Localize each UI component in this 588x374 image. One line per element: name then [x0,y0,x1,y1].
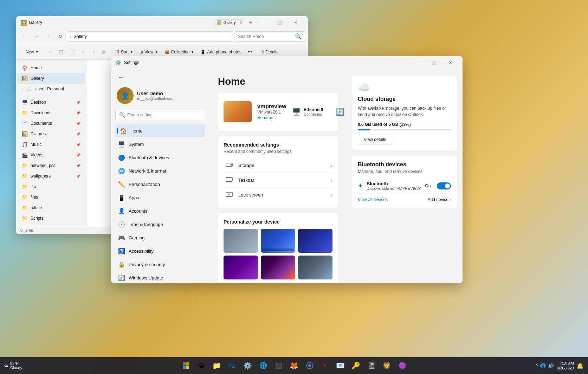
share-button[interactable]: ↗ [89,46,98,58]
rename-button[interactable]: ✏ [79,46,88,58]
weather-widget[interactable]: 🌤 58°F Cloudy [4,361,22,370]
tab-gallery[interactable]: 🖼️ Gallery ✕ [214,19,245,26]
sidebar-item-music[interactable]: 🎵 Music 📌 [18,139,85,150]
sidebar-item-desktop[interactable]: 🖥️ Desktop 📌 [18,97,85,108]
maximize-button[interactable]: ⬜ [271,17,287,28]
sidebar-item-scripts[interactable]: 📁 Scripts [18,213,85,224]
sidebar-item-downloads[interactable]: 📁 Downloads 📌 [18,108,85,118]
notification-icon[interactable]: 🔔 [577,362,584,369]
add-device-link[interactable]: Add device [428,197,448,202]
chrome-button[interactable] [303,359,317,373]
storage-row[interactable]: Storage › [224,158,332,173]
firefox-button[interactable]: 🦊 [287,359,301,373]
wallpaper-4[interactable] [224,256,258,279]
more-options-button[interactable]: ••• [245,46,255,58]
close-button[interactable]: ✕ [287,17,304,28]
sidebar-item-iso[interactable]: 📁 iso [18,181,85,192]
wallpaper-2[interactable] [261,229,295,253]
wallpaper-3[interactable] [298,229,332,253]
settings-close-button[interactable]: ✕ [442,57,458,68]
sidebar-item-gallery[interactable]: 🖼️ Gallery [18,73,85,84]
view-details-button[interactable]: View details [358,135,392,144]
settings-nav-network[interactable]: 🌐 Network & internet [115,165,205,177]
tray-volume-icon[interactable]: 🔊 [548,363,554,368]
copy-button[interactable]: 📋 [56,46,67,58]
settings-nav-accounts[interactable]: 👤 Accounts [115,205,205,217]
cloud-icon: ☁️ [358,82,451,93]
taskbar-clock[interactable]: 7:18 AM 9/26/2023 [557,361,574,371]
lock-screen-row[interactable]: Lock screen › [224,188,332,202]
sidebar-item-home[interactable]: 🏠 Home [18,63,85,73]
forward-button[interactable]: → [31,31,41,42]
onenote-button[interactable]: 📓 [364,359,379,373]
add-phone-photos-button[interactable]: 📱 Add phone photos [198,46,244,58]
settings-nav-accessibility[interactable]: ♿ Accessibility [115,245,205,257]
file-explorer-button[interactable]: 📁 [210,359,224,373]
wallpaper-5[interactable] [261,256,295,279]
sidebar-item-videos[interactable]: 🎬 Videos 📌 [18,150,85,160]
mail-button[interactable]: 📧 [334,359,348,373]
nav-gaming-icon: 🎮 [118,234,125,241]
settings-back-button[interactable]: ← [115,72,127,83]
cut-button[interactable]: ✂ [46,46,55,58]
settings-nav-windows-update[interactable]: 🔄 Windows Update [115,271,205,283]
collection-button[interactable]: 📦 Collection ▼ [162,46,197,58]
settings-nav-personalization[interactable]: ✏️ Personalization [115,178,205,191]
settings-minimize-button[interactable]: — [410,57,426,68]
tab-gallery-icon: 🖼️ [217,20,221,25]
tab-close-icon[interactable]: ✕ [239,20,243,25]
edge-button[interactable]: 🌐 [256,359,270,373]
start-button[interactable] [179,359,193,373]
wallpaper-1[interactable] [224,229,258,253]
view-button[interactable]: ⊞ View ▼ [137,46,161,58]
tab-add-icon[interactable]: + [249,19,252,26]
device-rename-link[interactable]: Rename [257,115,286,120]
search-input[interactable] [238,34,293,39]
yandex-button[interactable]: Y [318,359,332,373]
address-bar[interactable]: › Gallery [67,31,233,42]
sidebar-item-wallpapers[interactable]: 📁 wallpapers 📌 [18,171,85,181]
paste-button[interactable]: 📄 [67,46,78,58]
sidebar-item-files[interactable]: 📁 files [18,192,85,202]
settings-nav-gaming[interactable]: 🎮 Gaming [115,231,205,244]
keepass-button[interactable]: 🔑 [349,359,363,373]
user-profile[interactable]: 👤 User Demo m__lab@outlook.com [115,84,205,110]
up-button[interactable]: ↑ [43,31,53,42]
search-bar[interactable]: 🔍 [235,31,305,42]
settings-right-panel: ☁️ Cloud storage With available storage,… [347,69,463,283]
wallpaper-6[interactable] [298,256,332,279]
sidebar-item-documents[interactable]: 📄 Documents 📌 [18,118,85,129]
settings-taskbar-button[interactable]: ⚙️ [241,359,255,373]
settings-maximize-button[interactable]: ⬜ [426,57,442,68]
extra-app-button[interactable]: 🟣 [395,359,409,373]
new-button[interactable]: + New ▼ [19,46,41,58]
bluetooth-toggle[interactable] [437,182,451,189]
settings-nav-time[interactable]: 🕐 Time & language [115,218,205,231]
settings-nav-privacy[interactable]: 🔒 Privacy & security [115,258,205,271]
back-button[interactable]: ← [19,31,30,42]
details-button[interactable]: ℹ Details [259,46,281,58]
settings-nav-bluetooth[interactable]: 🔵 Bluetooth & devices [115,151,205,164]
settings-nav-apps[interactable]: 📱 Apps [115,191,205,204]
window-controls: — ⬜ ✕ [255,17,304,28]
store-button[interactable]: 🛍 [225,359,239,373]
tray-expand-icon[interactable]: ^ [536,363,538,368]
terminal-button[interactable]: ⬛ [272,359,286,373]
view-all-devices-link[interactable]: View all devices [358,197,388,202]
sidebar-item-rclone[interactable]: 📁 rclone [18,202,85,213]
refresh-button[interactable]: ↻ [55,31,65,42]
tray-network-icon[interactable]: 🌐 [540,363,546,368]
brave-button[interactable]: 🦁 [380,359,394,373]
settings-nav-home[interactable]: 🏠 Home [115,124,205,137]
sort-button[interactable]: ⇅ Sort ▼ [113,46,136,58]
settings-search[interactable]: 🔍 [115,110,205,120]
widgets-button[interactable]: 🌤 [194,359,208,373]
sidebar-item-user-personal[interactable]: › ☁️ User - Personal [18,84,85,94]
delete-button[interactable]: 🗑 [99,46,109,58]
settings-nav-system[interactable]: 🖥️ System [115,138,205,150]
minimize-button[interactable]: — [255,17,271,28]
sidebar-item-pictures[interactable]: 🖼️ Pictures 📌 [18,129,85,139]
taskbar-row[interactable]: Taskbar › [224,173,332,188]
sidebar-item-between-pcs[interactable]: 📁 between_pcs 📌 [18,160,85,171]
settings-search-input[interactable] [127,112,201,117]
